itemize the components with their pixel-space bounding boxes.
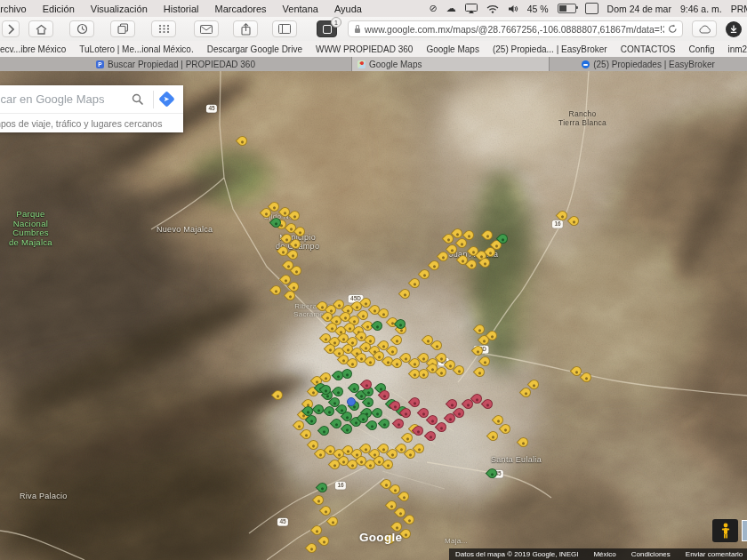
easybroker-favicon xyxy=(582,60,590,68)
google-maps-favicon xyxy=(357,60,365,68)
maps-search-box[interactable]: Buscar en Google Maps ➤ xyxy=(0,85,183,113)
menu-item[interactable]: Marcadores xyxy=(215,4,267,14)
attribution-link[interactable]: México xyxy=(593,550,615,558)
tab-label: Buscar Propiedad | PROPIEDAD 360 xyxy=(108,60,255,69)
roads-layer xyxy=(0,71,747,560)
search-icon[interactable] xyxy=(132,93,144,106)
bookmark-item[interactable]: CONTACTOS xyxy=(621,44,676,54)
bookmark-item[interactable]: TuLotero | Me...ional México. xyxy=(79,44,193,54)
bookmark-item[interactable]: Config xyxy=(689,44,715,54)
bookmarks-bar: ecv...ibre MéxicoTuLotero | Me...ional M… xyxy=(0,41,747,58)
menu-item[interactable]: Ventana xyxy=(283,4,318,14)
road-shield: 16 xyxy=(552,220,563,228)
tab-google-maps[interactable]: Google Maps xyxy=(352,57,550,71)
menu-item[interactable]: Archivo xyxy=(0,4,27,14)
lock-icon xyxy=(355,28,360,33)
bookmark-item[interactable]: Descargar Google Drive xyxy=(207,44,302,54)
tab-label: (25) Propiedades | EasyBroker xyxy=(593,60,715,69)
home-button[interactable] xyxy=(28,20,53,37)
safari-toolbar: 1 www.google.com.mx/maps/@28.7667256,-10… xyxy=(0,17,747,42)
bookmark-item[interactable]: WWW PROPIEDAD 360 xyxy=(316,44,413,54)
menu-item[interactable]: Visualización xyxy=(91,4,148,14)
menu-bar-user[interactable]: PRMX xyxy=(731,4,747,14)
road-shield: 16 xyxy=(335,482,346,490)
menu-bar-status: ⊘ ☁ 45 % Dom 24 de mar 9:46 a. m. PRMX xyxy=(429,0,747,17)
tab-label: Google Maps xyxy=(369,60,422,69)
extension-badge: 1 xyxy=(331,17,341,28)
search-input[interactable]: Buscar en Google Maps xyxy=(0,92,132,106)
macos-menu-bar: ArchivoEdiciónVisualizaciónHistorialMarc… xyxy=(0,0,747,18)
map-canvas[interactable]: ParqueNacionalCumbresde MajalcaNuevo Maj… xyxy=(0,71,747,560)
tab-easybroker[interactable]: (25) Propiedades | EasyBroker xyxy=(550,57,747,71)
reload-icon[interactable] xyxy=(668,24,678,34)
menu-bar-date[interactable]: Dom 24 de mar xyxy=(607,4,671,14)
share-button[interactable] xyxy=(233,20,258,37)
address-bar[interactable]: www.google.com.mx/maps/@28.7667256,-106.… xyxy=(348,20,683,37)
wifi-icon[interactable] xyxy=(486,3,499,15)
map-type-thumbnail[interactable] xyxy=(742,520,747,541)
battery-percent: 45 % xyxy=(527,4,549,14)
attribution-text: Datos del mapa © 2019 Google, INEGI xyxy=(455,550,578,558)
frequently-visited-button[interactable] xyxy=(151,20,176,37)
mail-button[interactable] xyxy=(194,20,219,37)
forward-button[interactable] xyxy=(2,20,20,37)
attribution-bar: Datos del mapa © 2019 Google, INEGIMéxic… xyxy=(449,548,747,560)
attribution-link[interactable]: Enviar comentario xyxy=(686,550,743,558)
menu-item[interactable]: Edición xyxy=(43,4,75,14)
sidebar-button[interactable] xyxy=(272,20,297,37)
directions-arrow-icon: ➤ xyxy=(164,95,170,102)
google-watermark: Google xyxy=(359,531,402,544)
road-shield: 45 xyxy=(206,105,217,113)
tab-bar: P Buscar Propiedad | PROPIEDAD 360 Googl… xyxy=(0,57,747,71)
bookmark-item[interactable]: Google Maps xyxy=(426,44,478,54)
icloud-button[interactable] xyxy=(692,20,717,37)
url-text: www.google.com.mx/maps/@28.7667256,-106.… xyxy=(365,24,664,35)
bookmark-item[interactable]: inm24 prmx xyxy=(727,44,747,54)
menu-item[interactable]: Historial xyxy=(164,4,199,14)
extension-icon xyxy=(323,25,332,34)
attribution-link[interactable]: Condiciones xyxy=(631,550,671,558)
history-button[interactable] xyxy=(69,20,94,37)
pegman-control[interactable] xyxy=(712,519,738,542)
commute-suggestion[interactable]: Tiempos de viaje, tráfico y lugares cerc… xyxy=(0,113,183,132)
do-not-disturb-icon[interactable]: ⊘ xyxy=(429,3,437,15)
tab-propiedad360[interactable]: P Buscar Propiedad | PROPIEDAD 360 xyxy=(0,57,352,71)
bookmark-item[interactable]: ecv...ibre México xyxy=(0,44,66,54)
propiedad360-favicon: P xyxy=(96,60,104,68)
tab-overview-button[interactable] xyxy=(110,20,135,37)
download-button[interactable] xyxy=(726,21,742,37)
cloud-icon[interactable]: ☁ xyxy=(446,3,456,15)
extension-button[interactable]: 1 xyxy=(317,20,337,37)
menu-bar-time[interactable]: 9:46 a. m. xyxy=(680,4,722,14)
map-blue-dot[interactable] xyxy=(347,397,356,406)
search-divider xyxy=(153,91,154,108)
pegman-icon xyxy=(721,523,730,539)
airplay-icon[interactable] xyxy=(465,3,478,15)
menu-bar-items: ArchivoEdiciónVisualizaciónHistorialMarc… xyxy=(0,4,362,14)
directions-button[interactable]: ➤ xyxy=(158,91,174,107)
input-source-icon[interactable] xyxy=(585,3,598,14)
battery-icon xyxy=(558,4,576,13)
menu-item[interactable]: Ayuda xyxy=(334,4,362,14)
bookmark-item[interactable]: (25) Propieda... | EasyBroker xyxy=(493,44,607,54)
road-shield: 45 xyxy=(277,518,288,526)
maps-search-panel: Buscar en Google Maps ➤ Tiempos de viaje… xyxy=(0,85,183,132)
volume-icon[interactable] xyxy=(508,3,518,15)
